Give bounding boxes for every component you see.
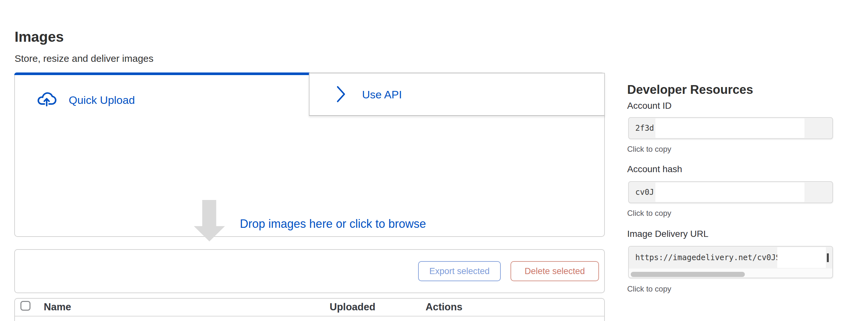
tab-quick-upload[interactable]: Quick Upload — [15, 75, 308, 116]
export-selected-button[interactable]: Export selected — [418, 261, 501, 281]
image-delivery-url-field[interactable]: https://imagedelivery.net/cv0JS — [628, 246, 833, 278]
image-delivery-url-copy-hint: Click to copy — [627, 284, 671, 294]
image-delivery-url-label: Image Delivery URL — [627, 228, 709, 240]
cloud-upload-icon — [36, 91, 58, 107]
images-table: Name Uploaded Actions — [14, 298, 605, 321]
account-id-value: 2f3d — [635, 118, 654, 139]
account-id-field[interactable]: 2f3d — [628, 117, 833, 139]
arrow-down-icon — [194, 200, 225, 241]
dropzone-label: Drop images here or click to browse — [240, 217, 426, 231]
column-header-name: Name — [44, 299, 71, 315]
tab-use-api[interactable]: Use API — [309, 73, 605, 116]
page-title: Images — [14, 29, 64, 45]
tab-use-api-label: Use API — [362, 88, 402, 101]
image-delivery-url-value: https://imagedelivery.net/cv0JS — [635, 247, 780, 269]
horizontal-scrollbar-thumb[interactable] — [631, 272, 745, 277]
column-header-actions: Actions — [426, 299, 463, 315]
chevron-right-icon — [336, 85, 346, 103]
column-header-uploaded: Uploaded — [330, 299, 375, 315]
images-page: Images Store, resize and deliver images … — [0, 0, 868, 321]
account-id-label: Account ID — [627, 100, 672, 111]
redaction-overlay — [655, 118, 804, 138]
delete-selected-button[interactable]: Delete selected — [510, 261, 599, 281]
table-header-row: Name Uploaded Actions — [15, 299, 604, 317]
account-hash-field[interactable]: cv0J — [628, 181, 833, 203]
partial-glyph — [827, 253, 829, 262]
account-hash-copy-hint: Click to copy — [627, 208, 671, 218]
active-tab-indicator — [14, 72, 310, 75]
select-all-checkbox[interactable] — [21, 301, 30, 311]
tab-quick-upload-label: Quick Upload — [69, 93, 135, 107]
page-subtitle: Store, resize and deliver images — [14, 52, 154, 65]
dropzone[interactable]: Drop images here or click to browse — [16, 116, 603, 236]
table-toolbar: Export selected Delete selected — [14, 249, 605, 293]
redaction-overlay — [655, 182, 804, 202]
account-id-copy-hint: Click to copy — [627, 144, 671, 154]
image-delivery-url-value-area: https://imagedelivery.net/cv0JS — [629, 247, 832, 269]
account-hash-value: cv0J — [635, 182, 654, 203]
account-hash-label: Account hash — [627, 164, 682, 175]
developer-resources-heading: Developer Resources — [627, 82, 753, 97]
redaction-overlay — [777, 247, 826, 268]
